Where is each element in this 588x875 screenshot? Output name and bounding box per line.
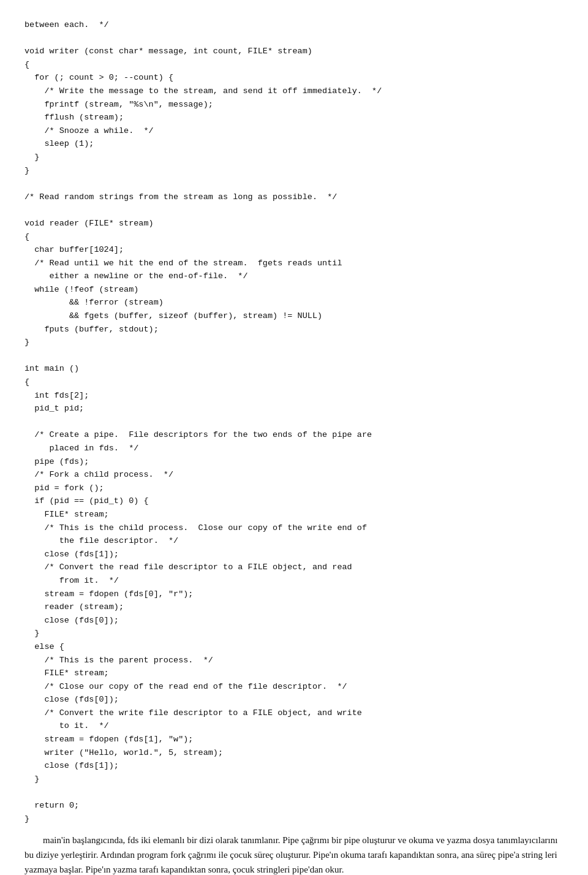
prose-para1: main'in başlangıcında, fds iki elemanlı … <box>24 833 564 875</box>
code-block-main: between each. */ void writer (const char… <box>24 18 564 825</box>
prose-section: main'in başlangıcında, fds iki elemanlı … <box>24 833 564 875</box>
code-section: between each. */ void writer (const char… <box>24 18 564 825</box>
